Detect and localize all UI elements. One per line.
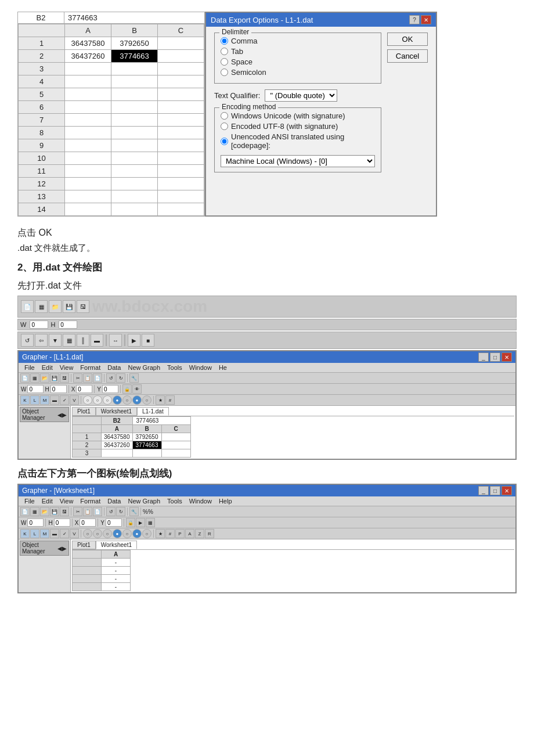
g1-h-input[interactable]: [50, 385, 67, 393]
tb-icon2[interactable]: ⇦: [35, 334, 48, 347]
cell-11-b[interactable]: [111, 165, 158, 178]
grapher2-close-btn[interactable]: ✕: [501, 486, 512, 495]
cell-2-b[interactable]: 3774663: [111, 50, 158, 63]
delimiter-semicolon-radio[interactable]: [221, 69, 228, 76]
menu-edit[interactable]: Edit: [38, 363, 56, 372]
tb-icon5[interactable]: ║: [77, 334, 89, 347]
g2-y-input[interactable]: [106, 519, 122, 527]
toolbar-grid-icon[interactable]: ▦: [35, 300, 48, 313]
cell-3-a[interactable]: [65, 63, 111, 75]
cell-8-c[interactable]: [158, 127, 204, 139]
g2-tb3-extra2[interactable]: A: [185, 529, 194, 538]
g1-lock-icon[interactable]: 🔒: [122, 384, 132, 394]
g1-tb3-i3[interactable]: M: [40, 395, 49, 405]
g2-icon4[interactable]: 💾: [50, 507, 59, 516]
cell-13-c[interactable]: [158, 190, 204, 203]
cell-12-a[interactable]: [65, 178, 111, 190]
grapher1-min-btn[interactable]: _: [478, 352, 489, 362]
g1-y-input[interactable]: [102, 385, 118, 393]
g2-w-input[interactable]: [27, 519, 44, 527]
menu-data[interactable]: Data: [104, 363, 124, 372]
cancel-button[interactable]: Cancel: [387, 49, 428, 63]
cell-9-b[interactable]: [111, 139, 158, 152]
tb-icon6[interactable]: ▬: [91, 334, 103, 347]
tab-worksheet1[interactable]: Worksheet1: [96, 407, 137, 416]
g2-lock-icon[interactable]: 🔒: [126, 518, 135, 527]
g2-menu-tools[interactable]: Tools: [164, 497, 186, 505]
cell-1-c[interactable]: [158, 37, 204, 50]
encoding-codepage-select[interactable]: Machine Local (Windows) - [0]: [221, 155, 375, 167]
delimiter-tab-radio[interactable]: [221, 48, 228, 55]
tb-icon1[interactable]: ↺: [21, 334, 34, 347]
cell-14-a[interactable]: [65, 203, 111, 216]
cell-8-a[interactable]: [65, 127, 111, 139]
g1-tb3-circle5[interactable]: ○: [122, 395, 132, 405]
cell-3-b[interactable]: [111, 63, 158, 75]
cell-6-a[interactable]: [65, 101, 111, 114]
tb-icon7[interactable]: ↔: [109, 334, 122, 347]
g1-icon9[interactable]: ↺: [106, 373, 116, 383]
ok-button[interactable]: OK: [387, 33, 428, 46]
g2-tb3-i3[interactable]: M: [40, 529, 49, 538]
dialog-close-button[interactable]: ✕: [421, 15, 431, 24]
g1-tb3-circle3[interactable]: ○: [103, 395, 112, 405]
g2-tb3-star[interactable]: ★: [156, 529, 165, 538]
h-input[interactable]: [59, 321, 77, 329]
cell-1-b[interactable]: 3792650: [111, 37, 158, 50]
toolbar-floppy-icon[interactable]: 🖫: [77, 300, 89, 313]
tab-l1dat[interactable]: L1-1.dat: [137, 407, 169, 416]
g2-tb3-i2[interactable]: L: [30, 529, 39, 538]
g2-icon9[interactable]: ↺: [106, 507, 116, 516]
g2-tb3-circle7[interactable]: ○: [142, 529, 151, 538]
cell-4-a[interactable]: [65, 75, 111, 88]
tb-icon3[interactable]: ▼: [49, 334, 62, 347]
g1-tb3-star[interactable]: ★: [156, 395, 165, 405]
g2-tb3-i6[interactable]: V: [70, 529, 79, 538]
cell-12-b[interactable]: [111, 178, 158, 190]
g1-tb3-i6[interactable]: V: [70, 395, 79, 405]
g1-tb3-i2[interactable]: L: [30, 395, 39, 405]
g2-tb3-extra3[interactable]: Z: [195, 529, 204, 538]
g2-menu-format[interactable]: Format: [77, 497, 104, 505]
g2-menu-edit[interactable]: Edit: [38, 497, 56, 505]
g2-icon1[interactable]: 📄: [20, 507, 30, 516]
menu-newgraph[interactable]: New Graph: [124, 363, 164, 372]
encoding-windows-radio[interactable]: [221, 112, 228, 120]
g2-icon11[interactable]: 🔧: [129, 507, 139, 516]
g1-tb3-circle1[interactable]: ○: [83, 395, 92, 405]
cell-5-a[interactable]: [65, 88, 111, 101]
g1-icon5[interactable]: 🖫: [60, 373, 69, 383]
tab-plot1[interactable]: Plot1: [72, 407, 96, 416]
grapher2-max-btn[interactable]: □: [490, 486, 500, 495]
g1-tb3-circle6[interactable]: ●: [132, 395, 142, 405]
cell-7-a[interactable]: [65, 114, 111, 127]
w-input[interactable]: [30, 321, 48, 329]
cell-14-c[interactable]: [158, 203, 204, 216]
cell-12-c[interactable]: [158, 178, 204, 190]
g2-tb3-hash[interactable]: #: [165, 529, 175, 538]
dialog-help-button[interactable]: ?: [409, 15, 420, 24]
cell-10-b[interactable]: [111, 152, 158, 165]
g2-menu-file[interactable]: File: [21, 497, 38, 505]
g1-tb3-i1[interactable]: K: [20, 395, 30, 405]
g2-menu-newgraph[interactable]: New Graph: [124, 497, 164, 505]
cell-5-c[interactable]: [158, 88, 204, 101]
cell-2-a[interactable]: 36437260: [65, 50, 111, 63]
cell-7-c[interactable]: [158, 114, 204, 127]
g2-tb3-circle5[interactable]: ○: [122, 529, 132, 538]
g2-tb3-i5[interactable]: ✓: [60, 529, 69, 538]
toolbar-save-icon[interactable]: 💾: [63, 300, 75, 313]
g1-icon10[interactable]: ↻: [116, 373, 125, 383]
delimiter-space-radio[interactable]: [221, 58, 228, 66]
toolbar-new-icon[interactable]: 📄: [21, 300, 34, 313]
grapher1-max-btn[interactable]: □: [490, 352, 500, 362]
g2-icon2[interactable]: ▦: [30, 507, 39, 516]
g1-icon6[interactable]: ✂: [73, 373, 82, 383]
g2-icon6[interactable]: ✂: [73, 507, 82, 516]
g2-grid-icon[interactable]: ▦: [146, 518, 155, 527]
cell-7-b[interactable]: [111, 114, 158, 127]
g1-x-input[interactable]: [76, 385, 92, 393]
cell-2-c[interactable]: [158, 50, 204, 63]
g1-icon4[interactable]: 💾: [50, 373, 59, 383]
g2-menu-data[interactable]: Data: [104, 497, 124, 505]
